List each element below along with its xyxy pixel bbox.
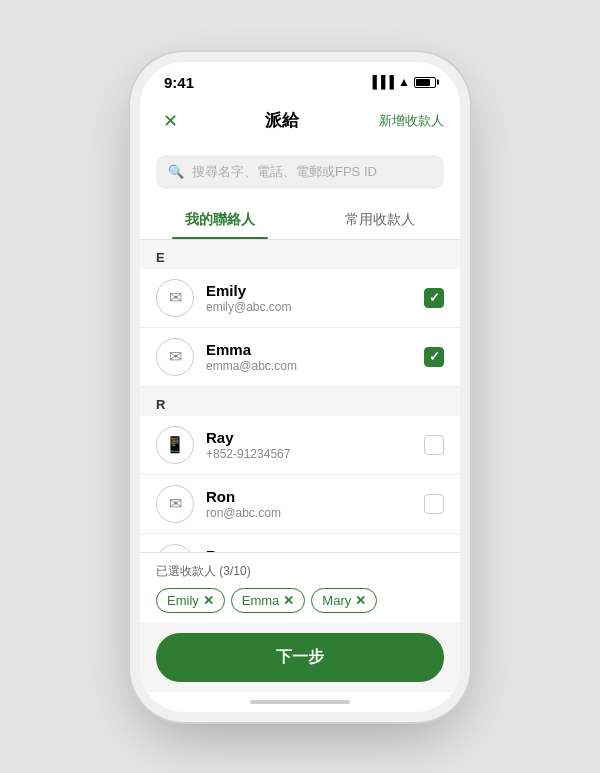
add-recipient-button[interactable]: 新增收款人 <box>379 112 444 130</box>
contact-name-ray: Ray <box>206 429 412 446</box>
status-bar: 9:41 ▐▐▐ ▲ <box>140 62 460 97</box>
checkbox-ron[interactable] <box>424 494 444 514</box>
contact-info-ron: Ron ron@abc.com <box>206 488 412 520</box>
contact-detail-ron: ron@abc.com <box>206 506 412 520</box>
contact-item-roy[interactable]: ✉ Roy roy@abc.com <box>140 534 460 552</box>
avatar-emma: ✉ <box>156 338 194 376</box>
home-bar <box>250 700 350 704</box>
tab-frequent[interactable]: 常用收款人 <box>300 201 460 239</box>
tag-mary-remove[interactable]: ✕ <box>355 594 366 607</box>
tabs: 我的聯絡人 常用收款人 <box>140 201 460 240</box>
checkbox-ray[interactable] <box>424 435 444 455</box>
selected-label: 已選收款人 (3/10) <box>156 563 444 580</box>
tag-emma-remove[interactable]: ✕ <box>283 594 294 607</box>
status-icons: ▐▐▐ ▲ <box>369 75 436 89</box>
checkmark-emily: ✓ <box>429 290 440 305</box>
search-input[interactable]: 搜尋名字、電話、電郵或FPS ID <box>192 163 377 181</box>
section-header-r: R <box>140 387 460 416</box>
contact-list: E ✉ Emily emily@abc.com ✓ ✉ <box>140 240 460 552</box>
contact-name-emma: Emma <box>206 341 412 358</box>
avatar-emily: ✉ <box>156 279 194 317</box>
email-icon: ✉ <box>169 288 182 307</box>
header: ✕ 派給 新增收款人 <box>140 97 460 147</box>
selected-tags: Emily ✕ Emma ✕ Mary ✕ <box>156 588 444 613</box>
contact-info-emily: Emily emily@abc.com <box>206 282 412 314</box>
search-box[interactable]: 🔍 搜尋名字、電話、電郵或FPS ID <box>156 155 444 189</box>
tag-mary-name: Mary <box>322 593 351 608</box>
contact-name-emily: Emily <box>206 282 412 299</box>
section-header-e: E <box>140 240 460 269</box>
contact-info-emma: Emma emma@abc.com <box>206 341 412 373</box>
email-icon: ✉ <box>169 494 182 513</box>
contact-detail-ray: +852-91234567 <box>206 447 412 461</box>
signal-icon: ▐▐▐ <box>369 75 395 89</box>
wifi-icon: ▲ <box>398 75 410 89</box>
checkmark-emma: ✓ <box>429 349 440 364</box>
contact-name-ron: Ron <box>206 488 412 505</box>
phone-icon: 📱 <box>165 435 185 454</box>
avatar-roy: ✉ <box>156 544 194 552</box>
close-button[interactable]: ✕ <box>156 107 184 135</box>
selected-section: 已選收款人 (3/10) Emily ✕ Emma ✕ Mary ✕ <box>140 552 460 623</box>
tab-my-contacts[interactable]: 我的聯絡人 <box>140 201 300 239</box>
tag-emma[interactable]: Emma ✕ <box>231 588 306 613</box>
contact-item-emma[interactable]: ✉ Emma emma@abc.com ✓ <box>140 328 460 387</box>
search-container: 🔍 搜尋名字、電話、電郵或FPS ID <box>140 147 460 201</box>
tag-emma-name: Emma <box>242 593 280 608</box>
phone-frame: 9:41 ▐▐▐ ▲ ✕ 派給 新增收款人 🔍 搜尋名字、電話、電郵或FPS I… <box>140 62 460 712</box>
tag-emily-name: Emily <box>167 593 199 608</box>
checkbox-emma[interactable]: ✓ <box>424 347 444 367</box>
contact-detail-emma: emma@abc.com <box>206 359 412 373</box>
status-time: 9:41 <box>164 74 194 91</box>
tag-emily-remove[interactable]: ✕ <box>203 594 214 607</box>
next-button[interactable]: 下一步 <box>156 633 444 682</box>
contact-detail-emily: emily@abc.com <box>206 300 412 314</box>
avatar-ron: ✉ <box>156 485 194 523</box>
search-icon: 🔍 <box>168 164 184 179</box>
contact-info-ray: Ray +852-91234567 <box>206 429 412 461</box>
app-content: ✕ 派給 新增收款人 🔍 搜尋名字、電話、電郵或FPS ID 我的聯絡人 常用收… <box>140 97 460 692</box>
contact-item-emily[interactable]: ✉ Emily emily@abc.com ✓ <box>140 269 460 328</box>
checkbox-emily[interactable]: ✓ <box>424 288 444 308</box>
avatar-ray: 📱 <box>156 426 194 464</box>
battery-icon <box>414 77 436 88</box>
contact-item-ray[interactable]: 📱 Ray +852-91234567 <box>140 416 460 475</box>
home-indicator <box>140 692 460 712</box>
header-title: 派給 <box>265 109 299 132</box>
contact-item-ron[interactable]: ✉ Ron ron@abc.com <box>140 475 460 534</box>
tag-emily[interactable]: Emily ✕ <box>156 588 225 613</box>
email-icon: ✉ <box>169 347 182 366</box>
tag-mary[interactable]: Mary ✕ <box>311 588 377 613</box>
